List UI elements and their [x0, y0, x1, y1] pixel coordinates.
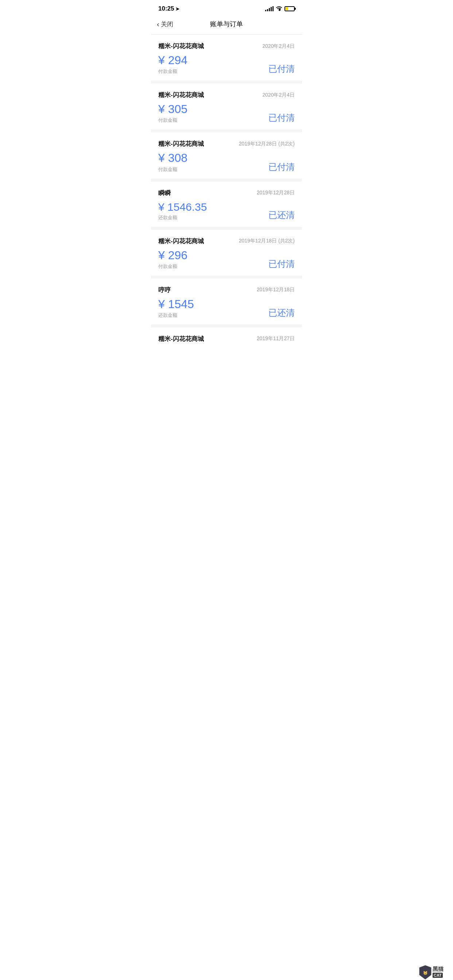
battery-icon — [284, 6, 295, 11]
bill-header: 糯米-闪花花商城 2020年2月4日 — [158, 42, 295, 50]
bill-header: 哼哼 2019年12月18日 — [158, 286, 295, 294]
bill-header: 瞬瞬 2019年12月28日 — [158, 189, 295, 197]
bill-header: 糯米-闪花花商城 2020年2月4日 — [158, 91, 295, 99]
bill-item[interactable]: 糯米-闪花花商城 2020年2月4日 ¥ 294 付款金额 已付清 — [151, 35, 302, 81]
back-button[interactable]: ‹ 关闭 — [157, 20, 186, 29]
bill-amount-label: 还款金额 — [158, 312, 194, 319]
bill-date: 2019年12月18日 (共2次) — [239, 238, 295, 244]
bill-status: 已还清 — [268, 307, 295, 319]
bill-body: ¥ 305 付款金额 已付清 — [158, 103, 295, 124]
bill-body: ¥ 296 付款金额 已付清 — [158, 249, 295, 270]
bill-body: ¥ 294 付款金额 已付清 — [158, 54, 295, 75]
bill-merchant: 糯米-闪花花商城 — [158, 42, 204, 50]
bill-header: 糯米-闪花花商城 2019年11月27日 — [158, 335, 295, 343]
bill-merchant: 瞬瞬 — [158, 189, 171, 197]
bill-date: 2019年12月28日 — [257, 189, 295, 196]
bill-amount: ¥ 1545 — [158, 298, 194, 310]
bill-header: 糯米-闪花花商城 2019年12月18日 (共2次) — [158, 237, 295, 245]
bill-date: 2020年2月4日 — [262, 43, 295, 49]
bill-status: 已付清 — [268, 161, 295, 173]
page-title: 账单与订单 — [186, 20, 267, 29]
bill-amount-label: 付款金额 — [158, 117, 187, 124]
bill-merchant: 糯米-闪花花商城 — [158, 91, 204, 99]
bill-amount-label: 付款金额 — [158, 166, 187, 173]
bill-merchant: 糯米-闪花花商城 — [158, 237, 204, 245]
bill-amount-section: ¥ 1546.35 还款金额 — [158, 201, 207, 221]
bill-amount-label: 付款金额 — [158, 263, 187, 270]
bill-merchant: 糯米-闪花花商城 — [158, 140, 204, 148]
bill-amount: ¥ 308 — [158, 152, 187, 164]
bill-body: ¥ 1545 还款金额 已还清 — [158, 298, 295, 319]
bill-status: 已还清 — [268, 209, 295, 221]
wifi-icon — [276, 6, 282, 12]
bill-amount-section: ¥ 308 付款金额 — [158, 152, 187, 172]
bill-item[interactable]: 糯米-闪花花商城 2019年12月18日 (共2次) ¥ 296 付款金额 已付… — [151, 230, 302, 275]
bill-item[interactable]: 糯米-闪花花商城 2020年2月4日 ¥ 305 付款金额 已付清 — [151, 83, 302, 129]
back-arrow-icon: ‹ — [157, 20, 160, 29]
bill-status: 已付清 — [268, 63, 295, 75]
bill-amount: ¥ 305 — [158, 103, 187, 116]
bill-item[interactable]: 哼哼 2019年12月18日 ¥ 1545 还款金额 已还清 — [151, 278, 302, 325]
bill-date: 2019年12月28日 (共2次) — [239, 141, 295, 147]
bill-merchant: 糯米-闪花花商城 — [158, 335, 204, 343]
bill-amount-label: 付款金额 — [158, 68, 187, 75]
back-label: 关闭 — [161, 20, 173, 29]
bill-amount-label: 还款金额 — [158, 215, 207, 221]
bill-body: ¥ 308 付款金额 已付清 — [158, 152, 295, 172]
signal-icon — [265, 6, 274, 11]
bill-amount-section: ¥ 305 付款金额 — [158, 103, 187, 124]
bill-amount-section: ¥ 296 付款金额 — [158, 249, 187, 270]
status-icons — [265, 6, 295, 12]
nav-bar: ‹ 关闭 账单与订单 — [151, 15, 302, 35]
bill-item[interactable]: 瞬瞬 2019年12月28日 ¥ 1546.35 还款金额 已还清 — [151, 181, 302, 227]
bill-item[interactable]: 糯米-闪花花商城 2019年12月28日 (共2次) ¥ 308 付款金额 已付… — [151, 132, 302, 178]
location-arrow-icon: ➤ — [175, 6, 179, 12]
bills-list: 糯米-闪花花商城 2020年2月4日 ¥ 294 付款金额 已付清 糯米-闪花花… — [151, 35, 302, 350]
bill-amount: ¥ 296 — [158, 249, 187, 262]
bill-amount: ¥ 1546.35 — [158, 201, 207, 213]
bill-item[interactable]: 糯米-闪花花商城 2019年11月27日 — [151, 328, 302, 350]
bill-header: 糯米-闪花花商城 2019年12月28日 (共2次) — [158, 140, 295, 148]
bill-date: 2019年12月18日 — [257, 286, 295, 293]
bill-date: 2019年11月27日 — [257, 336, 295, 342]
bill-amount-section: ¥ 294 付款金额 — [158, 54, 187, 75]
bill-status: 已付清 — [268, 258, 295, 270]
status-time: 10:25 ➤ — [158, 5, 179, 13]
bill-merchant: 哼哼 — [158, 286, 171, 294]
bill-body: ¥ 1546.35 还款金额 已还清 — [158, 201, 295, 221]
bill-status: 已付清 — [268, 112, 295, 124]
bill-amount: ¥ 294 — [158, 54, 187, 67]
status-bar: 10:25 ➤ — [151, 0, 302, 15]
time-display: 10:25 — [158, 5, 174, 13]
bill-amount-section: ¥ 1545 还款金额 — [158, 298, 194, 319]
bill-date: 2020年2月4日 — [262, 92, 295, 99]
